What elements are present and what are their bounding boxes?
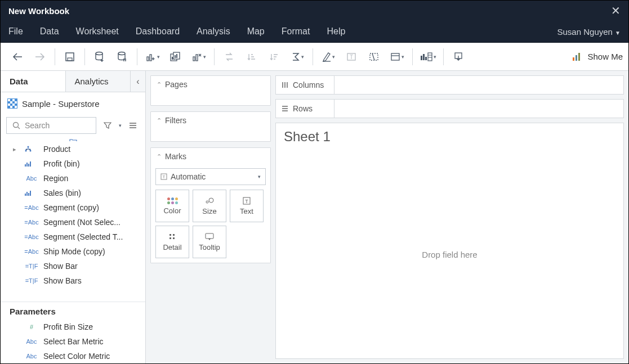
filter-dropdown-icon[interactable]: ▾ xyxy=(119,123,122,128)
menu-worksheet[interactable]: Worksheet xyxy=(76,26,119,37)
color-icon xyxy=(167,197,178,204)
svg-rect-31 xyxy=(26,163,28,167)
svg-point-40 xyxy=(206,201,208,203)
pause-datasource-icon[interactable] xyxy=(113,48,131,66)
sort-desc-icon[interactable] xyxy=(265,48,283,66)
forward-icon[interactable] xyxy=(31,48,49,66)
duplicate-sheet-icon[interactable] xyxy=(167,48,185,66)
field-segment-sel[interactable]: =AbcSegment (Selected T... xyxy=(1,230,145,244)
tab-analytics[interactable]: Analytics xyxy=(66,71,131,92)
datasource-icon xyxy=(7,98,17,109)
menu-format[interactable]: Format xyxy=(282,26,310,37)
collapse-sidebar-icon[interactable]: ‹ xyxy=(131,71,145,92)
sheet-title[interactable]: Sheet 1 xyxy=(276,123,623,150)
folder-icon xyxy=(69,138,78,142)
close-icon[interactable]: ✕ xyxy=(611,4,621,17)
columns-shelf[interactable]: Columns xyxy=(275,75,624,95)
window-title: New Workbook xyxy=(8,6,611,16)
svg-rect-37 xyxy=(30,191,31,196)
svg-rect-18 xyxy=(421,56,422,60)
menu-map[interactable]: Map xyxy=(247,26,265,37)
new-datasource-icon[interactable] xyxy=(91,48,109,66)
marks-type-dropdown[interactable]: T Automatic▾ xyxy=(155,168,266,185)
svg-rect-7 xyxy=(172,57,173,60)
svg-rect-25 xyxy=(578,53,580,61)
menu-file[interactable]: File xyxy=(8,26,23,37)
marks-text[interactable]: TText xyxy=(230,190,264,222)
marks-color[interactable]: Color xyxy=(155,190,189,222)
rows-shelf[interactable]: Rows xyxy=(275,99,624,118)
parameters-header: Parameters xyxy=(1,302,145,320)
filters-shelf[interactable]: ⌃Filters xyxy=(150,111,271,142)
svg-text:T: T xyxy=(350,54,353,60)
rows-icon xyxy=(282,105,288,112)
labels-icon[interactable]: T xyxy=(342,48,360,66)
view-options-icon[interactable] xyxy=(126,119,140,132)
field-product[interactable]: ▸Product xyxy=(1,142,145,156)
tab-data[interactable]: Data xyxy=(1,71,66,92)
svg-rect-48 xyxy=(206,233,213,239)
pages-shelf[interactable]: ⌃Pages xyxy=(150,75,271,106)
svg-rect-46 xyxy=(169,237,171,239)
search-input[interactable]: Search xyxy=(6,117,96,134)
menu-analysis[interactable]: Analysis xyxy=(197,26,230,37)
detail-icon xyxy=(168,233,176,241)
svg-rect-17 xyxy=(391,53,399,60)
field-profit-bin[interactable]: Profit (bin) xyxy=(1,156,145,171)
download-icon[interactable] xyxy=(449,48,467,66)
svg-rect-32 xyxy=(28,164,29,167)
text-icon: T xyxy=(243,197,251,205)
marks-tooltip[interactable]: Tooltip xyxy=(193,226,226,258)
svg-rect-0 xyxy=(66,53,74,61)
marks-detail[interactable]: Detail xyxy=(155,226,189,258)
svg-rect-44 xyxy=(169,234,171,236)
clear-sheet-icon[interactable]: ▾ xyxy=(187,48,211,66)
svg-rect-34 xyxy=(25,194,26,196)
param-profit-bin-size[interactable]: #Profit Bin Size xyxy=(1,320,145,334)
titlebar: New Workbook ✕ xyxy=(1,1,628,21)
size-icon xyxy=(204,197,215,205)
field-segment-notsel[interactable]: =AbcSegment (Not Selec... xyxy=(1,215,145,230)
back-icon[interactable] xyxy=(8,48,26,66)
worksheet-canvas[interactable]: Sheet 1 Drop field here xyxy=(275,123,624,359)
menu-dashboard[interactable]: Dashboard xyxy=(136,26,180,37)
svg-rect-24 xyxy=(576,55,577,61)
showme-button[interactable]: Show Me xyxy=(572,52,623,62)
datasource-row[interactable]: Sample - Superstore xyxy=(1,92,145,115)
field-region[interactable]: AbcRegion xyxy=(1,171,145,186)
save-icon[interactable] xyxy=(61,48,79,66)
field-segment-copy[interactable]: =AbcSegment (copy) xyxy=(1,200,145,215)
swap-icon[interactable] xyxy=(220,48,238,66)
svg-rect-36 xyxy=(28,193,29,196)
svg-rect-33 xyxy=(30,161,31,167)
search-icon xyxy=(12,122,20,129)
field-showbars[interactable]: =T|FShow Bars xyxy=(1,273,145,288)
svg-text:T: T xyxy=(245,199,248,204)
highlight-icon[interactable]: ▾ xyxy=(316,48,340,66)
columns-icon xyxy=(282,82,288,88)
svg-point-3 xyxy=(118,52,125,55)
new-worksheet-icon[interactable]: ▾ xyxy=(141,48,164,66)
presentation-icon[interactable]: ▾ xyxy=(416,48,440,66)
svg-point-41 xyxy=(209,198,213,203)
marks-size[interactable]: Size xyxy=(193,190,226,222)
totals-icon[interactable]: ▾ xyxy=(285,48,309,66)
svg-text:T: T xyxy=(163,174,166,179)
fit-icon[interactable]: ▾ xyxy=(385,48,409,66)
param-select-bar-metric[interactable]: AbcSelect Bar Metric xyxy=(1,334,145,349)
field-sales-bin[interactable]: Sales (bin) xyxy=(1,186,145,200)
menubar: File Data Worksheet Dashboard Analysis M… xyxy=(1,21,628,43)
text-type-icon: T xyxy=(160,173,167,180)
field-showbar[interactable]: =T|FShow Bar xyxy=(1,259,145,273)
svg-rect-21 xyxy=(428,53,432,61)
format-icon[interactable] xyxy=(365,48,383,66)
menu-data[interactable]: Data xyxy=(40,26,59,37)
menu-help[interactable]: Help xyxy=(327,26,345,37)
param-select-color-metric[interactable]: AbcSelect Color Metric xyxy=(1,349,145,363)
field-shipmode-copy[interactable]: =AbcShip Mode (copy) xyxy=(1,244,145,259)
sort-asc-icon[interactable] xyxy=(243,48,261,66)
svg-rect-19 xyxy=(423,54,425,60)
user-menu[interactable]: Susan Nguyen ▼ xyxy=(557,27,621,37)
svg-rect-13 xyxy=(196,55,198,61)
filter-fields-icon[interactable] xyxy=(101,119,114,132)
